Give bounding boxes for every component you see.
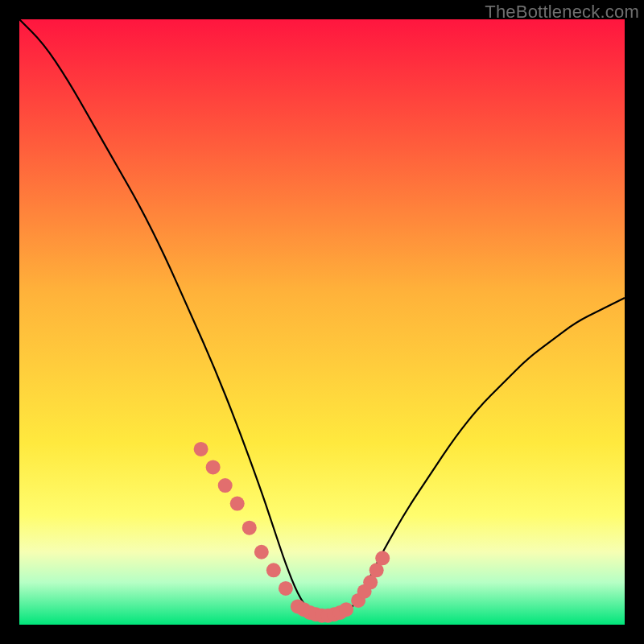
watermark-text: TheBottleneck.com	[485, 2, 639, 23]
highlight-dot	[266, 563, 281, 577]
highlight-dot	[206, 460, 221, 474]
highlight-dot	[218, 478, 233, 493]
highlight-dot	[230, 497, 245, 511]
chart-frame	[19, 19, 625, 625]
gradient-background	[19, 19, 625, 625]
highlight-dot	[194, 442, 208, 456]
highlight-dot	[254, 545, 269, 559]
highlight-dot	[339, 602, 353, 617]
highlight-dot	[375, 551, 390, 565]
highlight-dot	[279, 581, 293, 596]
bottleneck-chart	[19, 19, 625, 625]
highlight-dot	[242, 521, 257, 535]
